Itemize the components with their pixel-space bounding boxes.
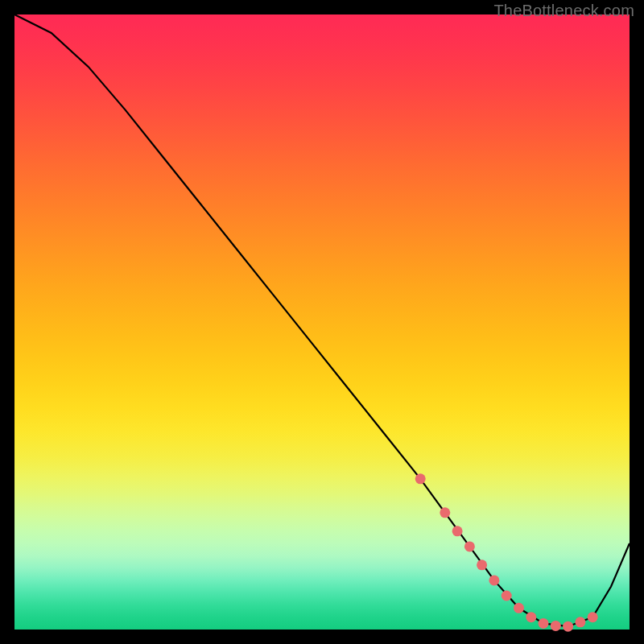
chart-frame: TheBottleneck.com xyxy=(0,0,644,644)
highlight-dot xyxy=(514,603,524,613)
highlight-dot xyxy=(477,559,487,570)
highlight-dot xyxy=(464,541,475,551)
highlight-dot xyxy=(526,612,536,622)
highlight-dot xyxy=(563,621,573,632)
highlight-dot xyxy=(440,507,450,518)
highlight-dot xyxy=(415,473,426,484)
gradient-plot-area xyxy=(14,14,630,630)
watermark-text: TheBottleneck.com xyxy=(493,2,634,20)
highlight-dot xyxy=(575,617,585,627)
highlight-dot xyxy=(489,575,499,585)
bottleneck-curve xyxy=(14,14,630,626)
highlight-dot xyxy=(588,612,598,622)
highlight-dot xyxy=(539,618,549,629)
highlight-dot xyxy=(452,526,463,536)
highlight-dots-group xyxy=(415,473,598,631)
highlight-dot xyxy=(551,621,561,631)
highlight-dot xyxy=(502,591,512,601)
curve-svg xyxy=(14,14,630,630)
